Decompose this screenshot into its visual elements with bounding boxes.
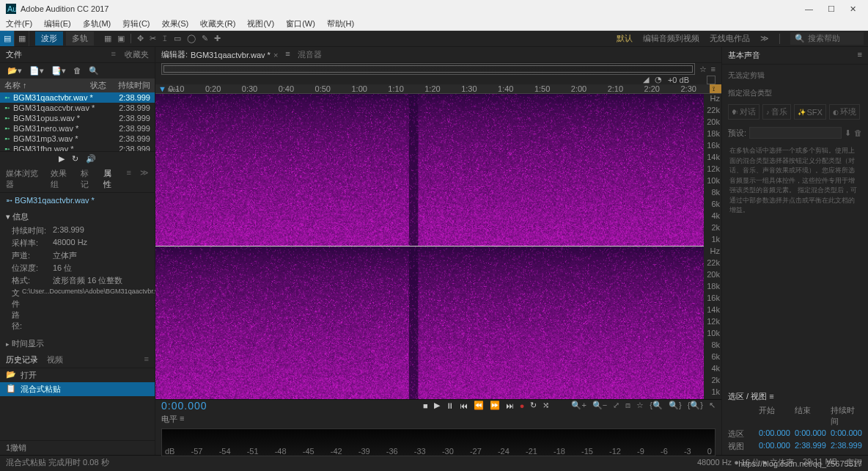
mini-play-icon[interactable]: ▶ — [59, 154, 65, 164]
menu-favorites[interactable]: 收藏夹(R) — [197, 18, 238, 29]
spectrogram-display[interactable] — [155, 94, 704, 399]
tab-history[interactable]: 历史记录 — [6, 354, 38, 365]
menu-view[interactable]: 视图(V) — [244, 18, 277, 29]
type-ambience-button[interactable]: ◐ 环境 — [829, 104, 860, 120]
type-dialogue-button[interactable]: 🗣 对话 — [728, 104, 760, 120]
expand-icon[interactable]: ≫ — [140, 168, 149, 190]
tool-spectral-icon[interactable]: ▦ — [104, 34, 111, 43]
pin-icon[interactable] — [707, 76, 716, 84]
close-tab-icon[interactable]: × — [273, 51, 278, 59]
maximize-button[interactable]: ☐ — [828, 4, 835, 14]
type-music-button[interactable]: ♪ 音乐 — [762, 104, 791, 120]
minimize-button[interactable]: — — [805, 4, 813, 14]
tool-marquee-icon[interactable]: ▭ — [174, 34, 181, 43]
preset-delete-icon[interactable]: 🗑 — [854, 128, 862, 137]
pause-button[interactable]: ⏸ — [446, 401, 454, 410]
marker-head[interactable]: ⟟ — [710, 84, 721, 93]
file-row[interactable]: ➵BGM31qaactvbr.wav *2:38.999 — [0, 92, 155, 103]
tab-files[interactable]: 文件 — [6, 49, 22, 60]
col-duration[interactable]: 持续时间 — [117, 80, 150, 91]
menu-clip[interactable]: 剪辑(C) — [119, 18, 152, 29]
tool-picture-icon[interactable]: ▣ — [117, 34, 125, 43]
view-tab-waveform[interactable]: 波形 — [35, 32, 63, 45]
zoom-reset-amp-icon[interactable]: {🔍} — [688, 401, 703, 410]
tab-markers[interactable]: 标记 — [81, 168, 95, 190]
info-header[interactable]: ▾ 信息 — [6, 211, 149, 222]
file-row[interactable]: ➵BGM31nero.wav *2:38.999 — [0, 123, 155, 134]
history-item-open[interactable]: 📂打开 — [0, 368, 155, 382]
skip-selection-button[interactable]: ⤭ — [542, 401, 549, 410]
tab-video[interactable]: 视频 — [47, 354, 63, 365]
tab-effects-rack[interactable]: 效果组 — [51, 168, 72, 190]
tool-heal-icon[interactable]: ✚ — [214, 34, 221, 43]
tab-essential-sound[interactable]: 基本声音 — [728, 50, 760, 61]
menu-edit[interactable]: 编辑(E) — [41, 18, 74, 29]
play-button[interactable]: ▶ — [434, 401, 440, 410]
zoom-in-time-icon[interactable]: 🔍+ — [571, 401, 586, 410]
file-row[interactable]: ➵BGM31fhg.wav *2:38.999 — [0, 144, 155, 151]
col-status[interactable]: 状态 — [90, 80, 117, 91]
menu-window[interactable]: 窗口(W) — [283, 18, 318, 29]
rewind-button[interactable]: ⏪ — [474, 401, 484, 410]
insert-icon[interactable]: 📑▾ — [51, 66, 66, 76]
selview-view-dur[interactable]: 2:38.999 — [831, 441, 862, 452]
editor-tab[interactable]: 编辑器: BGM31qaactvbr.wav * × — [161, 49, 278, 60]
mixer-tab[interactable]: 混音器 — [298, 49, 322, 60]
multitrack-view-button[interactable]: ▦ — [15, 31, 29, 46]
time-ruler[interactable]: ▼hms 0:100:200:300:400:501:001:101:201:3… — [155, 84, 721, 94]
time-display-section[interactable]: 时间显示 — [0, 335, 155, 352]
search-files-icon[interactable]: 🔍 — [89, 66, 99, 76]
tool-time-icon[interactable]: 𝙸 — [162, 34, 168, 43]
selview-sel-dur[interactable]: 0:00.000 — [831, 428, 862, 439]
panel-menu-icon[interactable]: ≡ — [711, 65, 716, 74]
file-row[interactable]: ➵BGM31opus.wav *2:38.999 — [0, 113, 155, 123]
file-list[interactable]: ➵BGM31qaactvbr.wav *2:38.999➵BGM31qaaccv… — [0, 92, 155, 151]
waveform-view-button[interactable]: ▤ — [0, 31, 15, 46]
workspace-item-2[interactable]: 无线电作品 — [710, 33, 750, 44]
zoom-selection-icon[interactable]: ⧈ — [625, 401, 630, 410]
record-button[interactable]: ● — [520, 401, 525, 410]
tool-brush-icon[interactable]: ✎ — [202, 34, 208, 43]
workspace-default[interactable]: 默认 — [617, 33, 633, 44]
workspace-more-icon[interactable]: ≫ — [760, 34, 769, 43]
zoom-out-amp-icon[interactable]: 🔍} — [669, 401, 682, 410]
selview-view-end[interactable]: 2:38.999 — [795, 441, 826, 452]
tab-favorites[interactable]: 收藏夹 — [125, 49, 149, 60]
history-item-mixpaste[interactable]: 📋混合式粘贴 — [0, 382, 155, 396]
file-row[interactable]: ➵BGM31qaaccvbr.wav *2:38.999 — [0, 103, 155, 113]
hud-time-icon[interactable]: ◔ — [655, 75, 662, 84]
preset-save-icon[interactable]: ⬇ — [845, 128, 851, 138]
favorite-icon[interactable]: ☆ — [699, 65, 707, 74]
menu-effects[interactable]: 效果(S) — [159, 18, 192, 29]
selview-sel-end[interactable]: 0:00.000 — [795, 428, 826, 439]
timecode-display[interactable]: 0:00.000 — [161, 400, 207, 412]
file-row[interactable]: ➵BGM31mp3.wav *2:38.999 — [0, 134, 155, 144]
zoom-favorite-icon[interactable]: ☆ — [636, 401, 644, 410]
menu-file[interactable]: 文件(F) — [3, 18, 35, 29]
tool-razor-icon[interactable]: ✂ — [150, 34, 156, 43]
loop-button[interactable]: ↻ — [530, 401, 537, 410]
view-tab-multitrack[interactable]: 多轨 — [66, 32, 94, 45]
tab-media-browser[interactable]: 媒体浏览器 — [6, 168, 42, 190]
open-file-icon[interactable]: 📂▾ — [7, 66, 22, 76]
levels-label[interactable]: 电平 — [161, 414, 177, 425]
preset-dropdown[interactable] — [749, 127, 842, 139]
trash-icon[interactable]: 🗑 — [73, 66, 81, 76]
to-start-button[interactable]: ⏮ — [460, 401, 468, 410]
stop-button[interactable]: ■ — [423, 401, 428, 410]
to-end-button[interactable]: ⏭ — [506, 401, 514, 410]
overview-navigator[interactable] — [161, 63, 695, 75]
tool-lasso-icon[interactable]: ◯ — [187, 34, 196, 43]
fastforward-button[interactable]: ⏩ — [490, 401, 500, 410]
selview-sel-start[interactable]: 0:00.000 — [759, 428, 790, 439]
tab-properties[interactable]: 属性 — [103, 168, 117, 190]
zoom-out-time-icon[interactable]: 🔍− — [592, 401, 607, 410]
col-name[interactable]: 名称 ↑ — [4, 80, 90, 91]
zoom-full-icon[interactable]: ⤢ — [613, 401, 619, 410]
mini-autoplay-icon[interactable]: 🔊 — [86, 154, 96, 164]
menu-multitrack[interactable]: 多轨(M) — [80, 18, 114, 29]
playhead-marker[interactable]: ▼hms — [158, 84, 179, 93]
hud-volume-icon[interactable]: ◢ — [643, 75, 649, 84]
new-file-icon[interactable]: 📄▾ — [29, 66, 44, 76]
workspace-item-1[interactable]: 编辑音频到视频 — [643, 33, 699, 44]
